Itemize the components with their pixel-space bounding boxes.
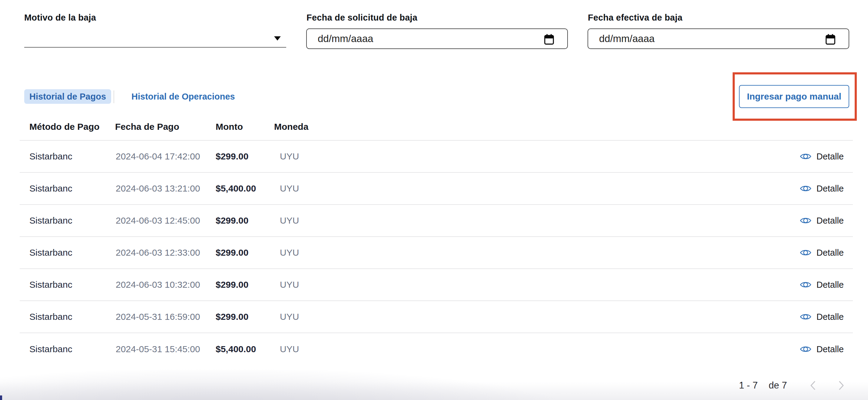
row-detail-button[interactable]: Detalle xyxy=(800,301,844,333)
corner-sliver xyxy=(0,396,2,400)
payment-currency-cell: UYU xyxy=(280,237,299,268)
detail-label: Detalle xyxy=(816,312,844,322)
payment-date-cell: 2024-06-03 12:45:00 xyxy=(116,205,200,236)
eye-icon[interactable] xyxy=(800,280,811,289)
eye-icon[interactable] xyxy=(800,312,811,321)
tab-historial-pagos[interactable]: Historial de Pagos xyxy=(24,89,111,104)
payment-amount-cell: $299.00 xyxy=(216,141,248,172)
row-detail-button[interactable]: Detalle xyxy=(800,173,844,204)
payment-currency-cell: UYU xyxy=(280,269,299,300)
detail-label: Detalle xyxy=(816,152,844,162)
payment-method-cell: Sistarbanc xyxy=(29,301,72,333)
payment-date-cell: 2024-06-03 10:32:00 xyxy=(116,269,200,300)
chevron-right-icon xyxy=(837,380,845,391)
fecha-solicitud-input[interactable]: dd/mm/aaaa xyxy=(306,28,568,49)
pagination: 1 - 7 de 7 xyxy=(739,377,845,394)
payment-amount-cell: $299.00 xyxy=(216,205,248,236)
payment-method-cell: Sistarbanc xyxy=(29,141,72,172)
pagination-total: de 7 xyxy=(769,380,787,391)
payments-table: Método de Pago Fecha de Pago Monto Moned… xyxy=(20,113,853,365)
payment-currency-cell: UYU xyxy=(280,301,299,333)
row-detail-button[interactable]: Detalle xyxy=(800,333,844,365)
calendar-icon[interactable] xyxy=(544,33,555,45)
eye-icon[interactable] xyxy=(800,216,811,225)
payment-method-cell: Sistarbanc xyxy=(29,173,72,204)
eye-icon[interactable] xyxy=(800,345,811,354)
row-detail-button[interactable]: Detalle xyxy=(800,237,844,268)
payment-date-cell: 2024-06-03 12:33:00 xyxy=(116,237,200,268)
payment-amount-cell: $299.00 xyxy=(216,301,248,333)
payment-amount-cell: $299.00 xyxy=(216,237,248,268)
fecha-efectiva-input[interactable]: dd/mm/aaaa xyxy=(588,28,849,49)
table-row: Sistarbanc 2024-06-04 17:42:00 $299.00 U… xyxy=(20,141,853,173)
payment-amount-cell: $5,400.00 xyxy=(216,173,256,204)
bottom-gradient xyxy=(0,370,868,400)
caret-down-icon xyxy=(274,36,281,40)
payment-method-cell: Sistarbanc xyxy=(29,269,72,300)
table-row: Sistarbanc 2024-05-31 15:45:00 $5,400.00… xyxy=(20,333,853,365)
payment-date-cell: 2024-06-03 13:21:00 xyxy=(116,173,200,204)
chevron-left-button[interactable] xyxy=(809,380,818,391)
payment-date-cell: 2024-06-04 17:42:00 xyxy=(116,141,200,172)
table-row: Sistarbanc 2024-06-03 12:33:00 $299.00 U… xyxy=(20,237,853,269)
eye-icon[interactable] xyxy=(800,152,811,161)
date-placeholder: dd/mm/aaaa xyxy=(599,33,654,44)
payment-currency-cell: UYU xyxy=(280,205,299,236)
detail-label: Detalle xyxy=(816,280,844,290)
row-detail-button[interactable]: Detalle xyxy=(800,141,844,172)
motivo-select[interactable] xyxy=(24,28,286,48)
pagination-range: 1 - 7 xyxy=(739,380,758,391)
detail-label: Detalle xyxy=(816,344,844,354)
column-header-fecha-de-pago: Fecha de Pago xyxy=(115,113,179,140)
column-header-moneda: Moneda xyxy=(274,113,308,140)
table-row: Sistarbanc 2024-06-03 12:45:00 $299.00 U… xyxy=(20,205,853,237)
column-header-metodo-de-pago: Método de Pago xyxy=(29,113,100,140)
eye-icon[interactable] xyxy=(800,184,811,193)
row-detail-button[interactable]: Detalle xyxy=(800,205,844,236)
chevron-right-button[interactable] xyxy=(837,380,845,391)
table-row: Sistarbanc 2024-06-03 13:21:00 $5,400.00… xyxy=(20,173,853,205)
fecha-solicitud-label: Fecha de solicitud de baja xyxy=(307,13,417,23)
ingresar-pago-manual-button[interactable]: Ingresar pago manual xyxy=(739,85,849,108)
tab-historial-operaciones[interactable]: Historial de Operaciones xyxy=(131,89,235,104)
detail-label: Detalle xyxy=(816,184,844,194)
detail-label: Detalle xyxy=(816,216,844,226)
chevron-left-icon xyxy=(809,380,818,391)
motivo-label: Motivo de la baja xyxy=(24,13,96,23)
row-detail-button[interactable]: Detalle xyxy=(800,269,844,300)
tab-divider xyxy=(114,91,114,103)
date-placeholder: dd/mm/aaaa xyxy=(318,33,373,44)
payment-amount-cell: $299.00 xyxy=(216,269,248,300)
column-header-monto: Monto xyxy=(216,113,243,140)
payment-method-cell: Sistarbanc xyxy=(29,333,72,365)
page: Motivo de la baja Fecha de solicitud de … xyxy=(0,0,868,400)
table-header-row: Método de Pago Fecha de Pago Monto Moned… xyxy=(20,113,853,141)
calendar-icon[interactable] xyxy=(825,33,836,45)
payment-currency-cell: UYU xyxy=(280,333,299,365)
payment-method-cell: Sistarbanc xyxy=(29,205,72,236)
table-row: Sistarbanc 2024-05-31 16:59:00 $299.00 U… xyxy=(20,301,853,333)
payment-date-cell: 2024-05-31 15:45:00 xyxy=(116,333,200,365)
fecha-efectiva-label: Fecha efectiva de baja xyxy=(588,13,682,23)
payment-amount-cell: $5,400.00 xyxy=(216,333,256,365)
eye-icon[interactable] xyxy=(800,248,811,257)
payment-currency-cell: UYU xyxy=(280,173,299,204)
payment-method-cell: Sistarbanc xyxy=(29,237,72,268)
table-body: Sistarbanc 2024-06-04 17:42:00 $299.00 U… xyxy=(20,141,853,365)
detail-label: Detalle xyxy=(816,248,844,258)
payment-currency-cell: UYU xyxy=(280,141,299,172)
payment-date-cell: 2024-05-31 16:59:00 xyxy=(116,301,200,333)
table-row: Sistarbanc 2024-06-03 10:32:00 $299.00 U… xyxy=(20,269,853,301)
